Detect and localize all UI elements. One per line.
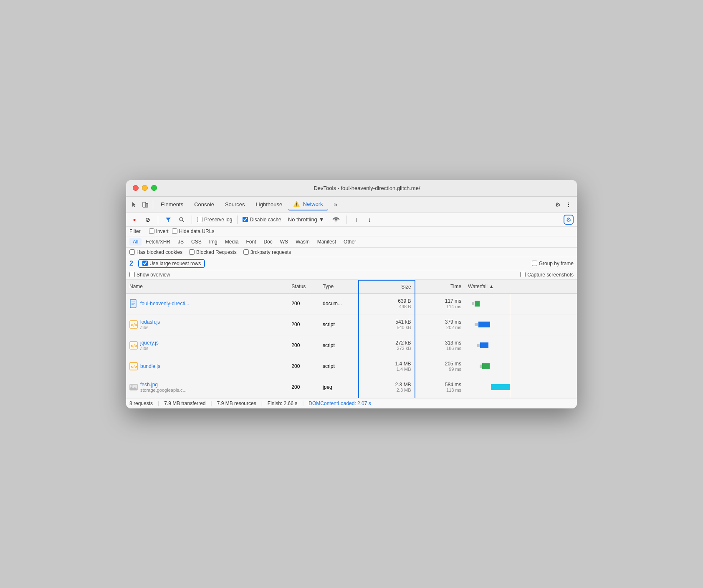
type-filter-wasm[interactable]: Wasm [292,238,313,246]
show-overview-text: Show overview [137,272,170,278]
type-filter-manifest[interactable]: Manifest [314,238,339,246]
cursor-icon[interactable] [129,200,139,210]
table-row[interactable]: </> lodash.js /libs 200 script 541 kB [126,314,577,335]
disable-cache-checkbox[interactable] [243,217,248,222]
hide-data-urls-checkbox[interactable] [172,228,177,234]
type-cell: jpeg [319,377,359,398]
device-toggle-icon[interactable] [140,200,150,210]
type-filter-css[interactable]: CSS [188,238,205,246]
show-overview-label[interactable]: Show overview [129,272,170,278]
show-overview-checkbox[interactable] [129,272,135,277]
upload-icon[interactable]: ↑ [352,215,362,225]
size-cell: 541 kB 540 kB [359,314,415,335]
maximize-button[interactable] [151,185,157,191]
name-cell[interactable]: foul-heavenly-directi... [126,293,288,314]
group-by-frame-checkbox[interactable] [532,261,537,266]
search-button[interactable] [177,215,187,225]
invert-checkbox[interactable] [149,228,154,234]
svg-text:</>: </> [131,343,137,348]
tab-elements[interactable]: Elements [156,199,188,210]
name-cell[interactable]: </> jquery.js /libs [126,335,288,356]
type-filter-img[interactable]: Img [206,238,221,246]
large-request-rows-label[interactable]: Use large request rows [142,261,201,266]
close-button[interactable] [133,185,139,191]
preserve-log-checkbox[interactable] [197,217,202,222]
tab-sources[interactable]: Sources [220,199,250,210]
col-header-type[interactable]: Type [319,280,359,294]
minimize-button[interactable] [142,185,148,191]
group-by-frame-label[interactable]: Group by frame [532,261,574,266]
warning-icon: ⚠️ [293,201,300,207]
sep1: | [158,400,159,406]
col-header-name[interactable]: Name [126,280,288,294]
type-filter-js[interactable]: JS [174,238,187,246]
col-header-time[interactable]: Time [415,280,465,294]
disable-cache-label[interactable]: Disable cache [243,217,281,223]
col-header-waterfall[interactable]: Waterfall ▲ [465,280,577,294]
name-cell[interactable]: fesh.jpg storage.googleapis.c... [126,377,288,398]
waterfall-cell [465,377,577,398]
preserve-log-label[interactable]: Preserve log [197,217,232,223]
capture-screenshots-label[interactable]: Capture screenshots [520,272,574,278]
time-cell: 313 ms 186 ms [415,335,465,356]
network-settings-icon[interactable]: ⚙ [564,215,574,225]
settings-right: Group by frame [532,261,574,266]
table-row[interactable]: </> jquery.js /libs 200 script 272 kB [126,335,577,356]
capture-screenshots-text: Capture screenshots [527,272,574,278]
type-filter-media[interactable]: Media [222,238,242,246]
col-header-size[interactable]: Size [359,280,415,294]
title-bar: DevTools - foul-heavenly-direction.glitc… [126,180,577,197]
status-cell: 200 [288,356,319,377]
download-icon[interactable]: ↓ [365,215,375,225]
tab-console[interactable]: Console [189,199,219,210]
disable-cache-text: Disable cache [250,217,281,223]
capture-screenshots-checkbox[interactable] [520,272,526,277]
devtools-window: DevTools - foul-heavenly-direction.glitc… [126,180,577,408]
blocked-requests-label[interactable]: Blocked Requests [189,249,237,255]
devtools-more-icon[interactable]: ⋮ [564,200,574,210]
row-name: jquery.js [140,340,159,346]
svg-text:</>: </> [131,364,137,369]
large-request-rows-checkbox[interactable] [142,261,148,266]
name-cell[interactable]: </> lodash.js /libs [126,314,288,335]
blocked-requests-checkbox[interactable] [189,249,195,255]
type-filter-font[interactable]: Font [243,238,259,246]
third-party-label[interactable]: 3rd-party requests [243,249,291,255]
status-cell: 200 [288,293,319,314]
type-cell: script [319,314,359,335]
blocked-cookies-label[interactable]: Has blocked cookies [129,249,182,255]
table-row[interactable]: fesh.jpg storage.googleapis.c... 200 jpe… [126,377,577,398]
tab-lighthouse[interactable]: Lighthouse [251,199,288,210]
record-button[interactable]: ● [129,215,139,225]
third-party-checkbox[interactable] [243,249,249,255]
name-cell[interactable]: </> bundle.js [126,356,288,377]
window-title: DevTools - foul-heavenly-direction.glitc… [164,185,570,191]
devtools-settings-icon[interactable]: ⚙ [553,200,563,210]
js-icon: </> [129,319,138,329]
type-filter-ws[interactable]: WS [277,238,291,246]
network-conditions-icon[interactable] [331,215,341,225]
chevron-down-icon: ▼ [319,216,324,223]
annotation-2: 2 [129,260,133,267]
time-cell: 379 ms 202 ms [415,314,465,335]
filter-toggle-button[interactable] [163,215,173,225]
type-filter-other[interactable]: Other [340,238,359,246]
type-filter-fetch-xhr[interactable]: Fetch/XHR [142,238,174,246]
type-filter-all[interactable]: All [129,238,142,246]
invert-label[interactable]: Invert [149,228,169,234]
throttling-select[interactable]: No throttling ▼ [285,215,328,224]
hide-data-urls-label[interactable]: Hide data URLs [172,228,215,234]
settings-row-2: Show overview Capture screenshots [126,270,577,280]
sep3: | [261,400,263,406]
more-tabs-button[interactable]: » [329,198,343,211]
tab-network[interactable]: ⚠️ Network [288,198,328,210]
clear-button[interactable]: ⊘ [143,215,153,225]
type-filter-doc[interactable]: Doc [260,238,276,246]
blocked-cookies-checkbox[interactable] [129,249,135,255]
table-row[interactable]: foul-heavenly-directi... 200 docum... 63… [126,293,577,314]
traffic-lights [133,185,157,191]
col-header-status[interactable]: Status [288,280,319,294]
size-cell: 272 kB 272 kB [359,335,415,356]
table-row[interactable]: </> bundle.js 200 script 1.4 MB [126,356,577,377]
requests-count: 8 requests [129,400,153,406]
